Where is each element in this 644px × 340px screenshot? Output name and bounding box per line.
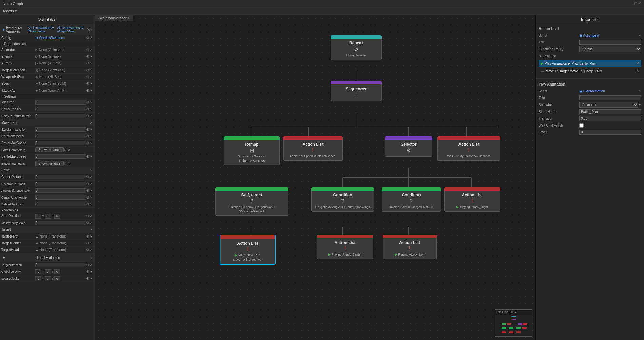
local-vars-header[interactable]: ▼ Local Variables + xyxy=(0,253,95,262)
movement-remove-btn[interactable]: ✕ xyxy=(89,120,93,125)
node-sequencer[interactable]: Sequencer → xyxy=(331,81,382,101)
patrolmaxspeed-remove-btn[interactable]: ✕ xyxy=(89,141,93,145)
chasedistance-input[interactable] xyxy=(35,175,86,179)
delayafterattack-input[interactable] xyxy=(35,202,86,206)
enemy-settings-icon[interactable]: ⚙ xyxy=(86,55,89,58)
globalvel-z-input[interactable] xyxy=(54,269,60,274)
localvel-remove-btn[interactable]: ✕ xyxy=(89,276,93,281)
centerattackangle-remove-btn[interactable]: ✕ xyxy=(89,195,93,200)
startpos-z-input[interactable] xyxy=(54,214,60,219)
distancetoattack-input[interactable] xyxy=(35,182,86,186)
eyes-settings-icon[interactable]: ⚙ xyxy=(86,82,89,86)
delaytoreturn-settings-icon[interactable]: ⚙ xyxy=(86,114,89,118)
node-repeat[interactable]: Repeat ↺ Mode: Forever xyxy=(331,35,382,60)
eyes-remove-btn[interactable]: ✕ xyxy=(89,81,93,86)
patrolradius-remove-btn[interactable]: ✕ xyxy=(89,107,93,111)
target-remove-btn[interactable]: ✕ xyxy=(89,227,93,232)
patrolparams-remove-btn[interactable]: ✕ xyxy=(67,148,71,152)
battlemaxspeed-remove-btn[interactable]: ✕ xyxy=(89,154,93,159)
title-field-input[interactable] xyxy=(579,40,641,45)
targetdetection-settings-icon[interactable]: ⚙ xyxy=(86,68,89,72)
minimap[interactable]: MiniMap 0.87x xyxy=(495,309,532,337)
execpolicy-select[interactable]: Parallel xyxy=(579,46,641,52)
animator-remove-btn[interactable]: ✕ xyxy=(89,48,93,52)
startposition-remove-btn[interactable]: ✕ xyxy=(89,214,93,218)
node-actionlist2[interactable]: Action List ! Wait $DelayAfterAttack sec… xyxy=(437,136,500,161)
centerattackangle-settings-icon[interactable]: ⚙ xyxy=(86,195,89,199)
distancetoattack-settings-icon[interactable]: ⚙ xyxy=(86,182,89,186)
delaytoreturn-remove-btn[interactable]: ✕ xyxy=(89,114,93,118)
assets-label[interactable]: Assets ▾ xyxy=(3,9,17,13)
battle-remove-btn[interactable]: ✕ xyxy=(89,168,93,172)
chasedistance-remove-btn[interactable]: ✕ xyxy=(89,175,93,179)
delayafterattack-settings-icon[interactable]: ⚙ xyxy=(86,202,89,206)
battleparams-settings-icon[interactable]: ⚙ xyxy=(64,162,67,165)
center-canvas[interactable]: SkeletonWarriorBT xyxy=(95,15,535,340)
patrolradius-input[interactable] xyxy=(35,107,86,111)
maxvelocityscale-settings-icon[interactable]: ⚙ xyxy=(86,221,89,225)
startpos-x-input[interactable] xyxy=(35,214,41,219)
rotationspeed-remove-btn[interactable]: ✕ xyxy=(89,134,93,138)
aipath-settings-icon[interactable]: ⚙ xyxy=(86,61,89,65)
weaponhitbox-settings-icon[interactable]: ⚙ xyxy=(86,75,89,79)
canvas-tab[interactable]: SkeletonWarriorBT xyxy=(95,15,133,21)
globalvel-y-input[interactable] xyxy=(45,269,51,274)
node-condition2[interactable]: Condition ? Inverse Point X $TargetPivot… xyxy=(382,187,441,212)
anglediff-input[interactable] xyxy=(35,188,86,193)
iklookat-remove-btn[interactable]: ✕ xyxy=(89,88,93,93)
targetpivot-remove-btn[interactable]: ✕ xyxy=(89,234,93,239)
localvel-z-input[interactable] xyxy=(54,276,60,281)
startpos-y-input[interactable] xyxy=(45,214,51,219)
targetdirection-settings-icon[interactable]: ⚙ xyxy=(86,263,89,267)
maxvelocityscale-input[interactable] xyxy=(35,221,86,225)
targetpivot-settings-icon[interactable]: ⚙ xyxy=(86,234,89,238)
node-actionlist1[interactable]: Action List ! Look At Y Speed $RotationS… xyxy=(283,136,343,161)
config-settings-icon[interactable]: ⚙ xyxy=(86,36,89,40)
idletime-input[interactable] xyxy=(35,100,86,105)
ikweight-settings-icon[interactable]: ⚙ xyxy=(86,128,89,131)
node-actionlist4[interactable]: Action List ! ▶ Play Battle_RunMove To $… xyxy=(220,235,276,265)
task-item-play-animation[interactable]: ▶ Play Animation ▶ Play Battle_Run ✕ xyxy=(539,60,641,67)
add-local-var-button[interactable]: + xyxy=(90,255,93,260)
anglediff-settings-icon[interactable]: ⚙ xyxy=(86,189,89,192)
targetcenter-remove-btn[interactable]: ✕ xyxy=(89,241,93,245)
idletime-settings-icon[interactable]: ⚙ xyxy=(86,100,89,104)
localvel-y-input[interactable] xyxy=(45,276,51,281)
task-item-move-remove-btn[interactable]: ✕ xyxy=(636,69,639,73)
localvel-x-input[interactable] xyxy=(35,276,41,281)
node-actionlist3[interactable]: Action List ! ▶ Playing Attack_Right xyxy=(444,187,500,212)
delayafterattack-remove-btn[interactable]: ✕ xyxy=(89,202,93,206)
rotationspeed-input[interactable] xyxy=(35,134,86,138)
add-ref-var-button[interactable]: + xyxy=(90,27,93,32)
anglediff-remove-btn[interactable]: ✕ xyxy=(89,188,93,193)
animator-settings-icon[interactable]: ⚙ xyxy=(86,48,89,52)
delaytoreturn-input[interactable] xyxy=(35,114,86,118)
pa-script-menu-btn[interactable]: ≡ xyxy=(638,89,641,93)
centerattackangle-input[interactable] xyxy=(35,195,86,200)
pa-title-input[interactable] xyxy=(579,95,641,100)
pa-waituntilfinish-checkbox[interactable] xyxy=(579,123,584,128)
node-remap[interactable]: Remap ⊞ Success -> SuccessFailure -> Suc… xyxy=(224,136,280,165)
globalvel-x-input[interactable] xyxy=(35,269,41,274)
battlemaxspeed-input[interactable] xyxy=(35,154,86,159)
enemy-remove-btn[interactable]: ✕ xyxy=(89,54,93,59)
task-item-play-remove-btn[interactable]: ✕ xyxy=(636,61,639,66)
iklookat-settings-icon[interactable]: ⚙ xyxy=(86,89,89,92)
patrolmaxspeed-input[interactable] xyxy=(35,141,86,145)
targethead-settings-icon[interactable]: ⚙ xyxy=(86,248,89,252)
chasedistance-settings-icon[interactable]: ⚙ xyxy=(86,175,89,179)
targetdetection-remove-btn[interactable]: ✕ xyxy=(89,68,93,72)
battleparams-remove-btn[interactable]: ✕ xyxy=(67,161,71,166)
aipath-remove-btn[interactable]: ✕ xyxy=(89,61,93,65)
task-item-move-to-target[interactable]: — Move To Target Move To $TargetPivot ✕ xyxy=(539,68,641,74)
battlemaxspeed-settings-icon[interactable]: ⚙ xyxy=(86,155,89,158)
node-actionlist6[interactable]: Action List ! ▶ Playing Attack_Left xyxy=(383,235,437,259)
distancetoattack-remove-btn[interactable]: ✕ xyxy=(89,182,93,186)
pa-statename-input[interactable] xyxy=(579,109,641,114)
patrolradius-settings-icon[interactable]: ⚙ xyxy=(86,107,89,111)
pa-animator-chevron[interactable]: ▾ xyxy=(638,102,641,107)
globalvel-remove-btn[interactable]: ✕ xyxy=(89,269,93,274)
targethead-remove-btn[interactable]: ✕ xyxy=(89,248,93,252)
targetdirection-remove-btn[interactable]: ✕ xyxy=(89,263,93,267)
pa-transition-input[interactable] xyxy=(579,116,641,121)
